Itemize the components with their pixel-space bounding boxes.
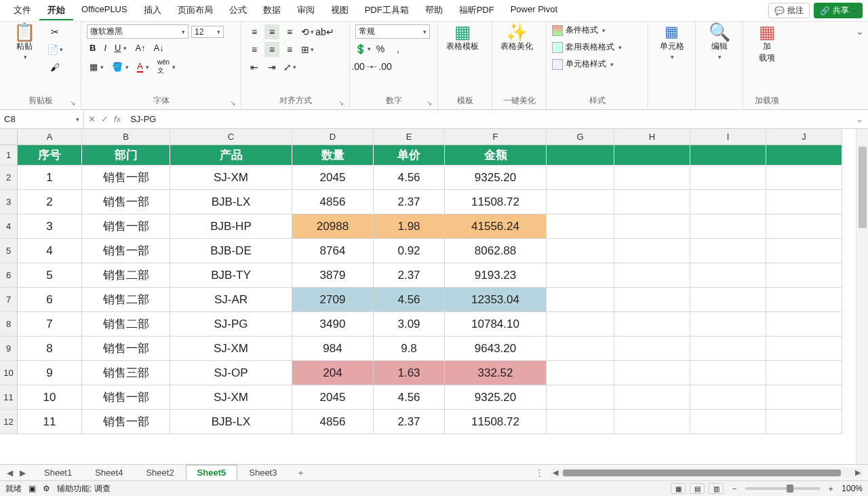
cell[interactable]: 2.37 <box>374 263 445 288</box>
tab-nav-prev-icon[interactable]: ◀ <box>7 468 13 478</box>
cell[interactable]: BJB-DE <box>170 239 292 263</box>
cell[interactable]: 10 <box>18 385 82 410</box>
row-header[interactable]: 10 <box>0 361 18 385</box>
cell[interactable]: 销售三部 <box>82 361 170 385</box>
cell[interactable]: 销售一部 <box>82 410 170 434</box>
cell[interactable]: 销售一部 <box>82 239 170 263</box>
cell[interactable] <box>766 385 842 410</box>
cell[interactable] <box>614 263 690 288</box>
col-header-H[interactable]: H <box>614 129 690 145</box>
cell[interactable]: 332.52 <box>445 361 547 385</box>
cell[interactable]: 8 <box>18 337 82 361</box>
row-header[interactable]: 8 <box>0 312 18 337</box>
cell[interactable]: 8062.88 <box>445 239 547 263</box>
sheet-tab[interactable]: Sheet1 <box>33 465 83 480</box>
conditional-format-button[interactable]: 条件格式▾ <box>552 24 606 36</box>
cell[interactable]: BJB-LX <box>170 190 292 214</box>
table-template-button[interactable]: ▦表格模板 <box>443 24 481 52</box>
menu-item-4[interactable]: 页面布局 <box>170 1 221 20</box>
ribbon-collapse-icon[interactable]: ⌄ <box>856 26 864 37</box>
cell[interactable] <box>766 239 842 263</box>
col-header-A[interactable]: A <box>18 129 82 145</box>
row-header[interactable]: 3 <box>0 190 18 214</box>
select-all-corner[interactable] <box>0 129 18 145</box>
cell[interactable]: 销售一部 <box>82 166 170 190</box>
cell[interactable]: 5 <box>18 263 82 288</box>
scrollbar-thumb[interactable] <box>859 147 867 228</box>
cell[interactable] <box>547 288 614 312</box>
cell[interactable] <box>690 337 766 361</box>
cell[interactable] <box>547 361 614 385</box>
cell[interactable] <box>614 337 690 361</box>
row-header[interactable]: 7 <box>0 288 18 312</box>
col-header-C[interactable]: C <box>170 129 292 145</box>
row-header[interactable]: 11 <box>0 385 18 410</box>
align-right-icon[interactable]: ≡ <box>282 42 297 57</box>
cell[interactable]: 部门 <box>82 145 170 166</box>
zoom-level[interactable]: 100% <box>842 484 863 493</box>
cell[interactable]: 10784.10 <box>445 312 547 337</box>
cell[interactable]: 1 <box>18 166 82 190</box>
cell[interactable]: 6 <box>18 288 82 312</box>
row-header[interactable]: 6 <box>0 263 18 288</box>
decrease-font-button[interactable]: A↓ <box>151 41 167 54</box>
cell[interactable]: BJB-TY <box>170 263 292 288</box>
cell[interactable]: SJ-AR <box>170 288 292 312</box>
cell[interactable]: 9 <box>18 361 82 385</box>
vertical-scrollbar[interactable] <box>856 129 868 464</box>
row-header[interactable]: 5 <box>0 239 18 263</box>
cell[interactable]: SJ-OP <box>170 361 292 385</box>
bold-button[interactable]: B <box>87 41 98 54</box>
increase-indent-icon[interactable]: ⇥ <box>264 60 279 75</box>
cell[interactable] <box>547 145 614 166</box>
col-header-G[interactable]: G <box>547 129 614 145</box>
cell[interactable]: 4 <box>18 239 82 263</box>
formula-input[interactable]: SJ-PG <box>125 114 850 124</box>
cell[interactable] <box>766 337 842 361</box>
fx-icon[interactable]: fx <box>114 114 121 124</box>
phonetic-button[interactable]: wén文▾ <box>155 57 178 77</box>
comma-icon[interactable]: , <box>391 41 406 56</box>
dialog-launcher-icon[interactable]: ↘ <box>230 99 235 107</box>
cell[interactable]: 销售一部 <box>82 190 170 214</box>
cell[interactable] <box>614 312 690 337</box>
menu-item-1[interactable]: 开始 <box>39 1 73 20</box>
cell[interactable] <box>547 312 614 337</box>
cell[interactable]: 9325.20 <box>445 166 547 190</box>
menu-item-6[interactable]: 数据 <box>255 1 289 20</box>
cell[interactable]: 销售二部 <box>82 288 170 312</box>
align-left-icon[interactable]: ≡ <box>247 42 262 57</box>
cell[interactable]: 4.56 <box>374 385 445 410</box>
cell[interactable] <box>690 239 766 263</box>
addins-button[interactable]: ▦加 载项 <box>749 24 785 64</box>
align-bottom-icon[interactable]: ≡ <box>282 24 297 39</box>
cell[interactable]: SJ-XM <box>170 385 292 410</box>
border-button[interactable]: ▦▾ <box>87 60 106 73</box>
cell[interactable]: 3879 <box>292 263 374 288</box>
col-header-I[interactable]: I <box>690 129 766 145</box>
cell[interactable] <box>614 410 690 434</box>
cell[interactable] <box>547 190 614 214</box>
font-name-combo[interactable]: 微软雅黑▾ <box>87 24 189 39</box>
cell[interactable]: 3.09 <box>374 312 445 337</box>
cell[interactable] <box>547 263 614 288</box>
row-header[interactable]: 1 <box>0 145 18 166</box>
normal-view-icon[interactable]: ▦ <box>671 483 686 494</box>
cell[interactable]: 0.92 <box>374 239 445 263</box>
orientation-icon[interactable]: ⟲▾ <box>300 24 315 39</box>
cell[interactable] <box>766 263 842 288</box>
cell[interactable] <box>614 166 690 190</box>
cell[interactable] <box>766 166 842 190</box>
cell[interactable]: 产品 <box>170 145 292 166</box>
row-header[interactable]: 9 <box>0 337 18 361</box>
cell[interactable]: 204 <box>292 361 374 385</box>
cell[interactable] <box>766 288 842 312</box>
cell[interactable]: 4.56 <box>374 166 445 190</box>
cell[interactable]: 销售一部 <box>82 214 170 239</box>
cell[interactable]: 4856 <box>292 190 374 214</box>
cell[interactable] <box>690 288 766 312</box>
horizontal-scrollbar[interactable]: ◀ ▶ <box>551 468 863 478</box>
cell[interactable]: 3490 <box>292 312 374 337</box>
menu-item-7[interactable]: 审阅 <box>289 1 323 20</box>
sheet-tab[interactable]: Sheet3 <box>237 465 288 480</box>
